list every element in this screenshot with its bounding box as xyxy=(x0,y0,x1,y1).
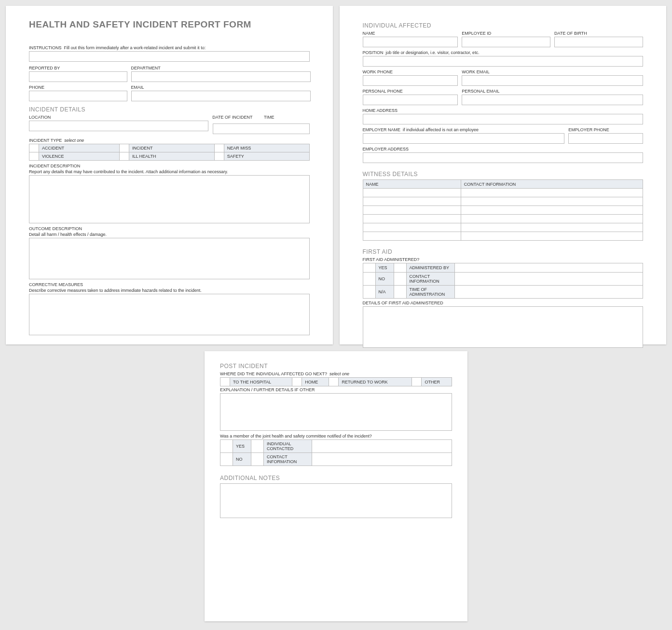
incident-details-heading: INCIDENT DETAILS xyxy=(29,106,310,113)
employee-id-label: EMPLOYEE ID xyxy=(462,31,550,36)
checkbox-near-miss[interactable] xyxy=(214,144,224,152)
checkbox-committee-no[interactable] xyxy=(220,453,233,466)
date-of-incident-label: DATE OF INCIDENT xyxy=(212,115,260,120)
employer-name-input[interactable] xyxy=(363,133,565,144)
name-label: NAME xyxy=(363,31,458,36)
incident-description-input[interactable] xyxy=(29,175,310,223)
witness-name-input[interactable] xyxy=(363,197,461,206)
witness-contact-input[interactable] xyxy=(461,232,643,241)
checkbox-other[interactable] xyxy=(412,378,422,386)
incident-description-label: INCIDENT DESCRIPTION xyxy=(29,164,310,168)
outcome-description-label: OUTCOME DESCRIPTION xyxy=(29,226,310,231)
department-input[interactable] xyxy=(131,71,311,82)
phone-label: PHONE xyxy=(29,85,127,90)
reported-by-label: REPORTED BY xyxy=(29,66,127,70)
witness-contact-input[interactable] xyxy=(461,215,643,223)
name-input[interactable] xyxy=(363,37,458,47)
outcome-description-input[interactable] xyxy=(29,238,310,279)
witness-contact-input[interactable] xyxy=(461,189,643,197)
individual-contacted-label: INDIVIDUAL CONTACTED xyxy=(264,440,312,453)
work-email-input[interactable] xyxy=(462,75,643,86)
work-email-label: WORK EMAIL xyxy=(462,69,643,74)
option-hospital: TO THE HOSPITAL xyxy=(230,378,292,386)
personal-phone-label: PERSONAL PHONE xyxy=(363,89,458,94)
witness-contact-input[interactable] xyxy=(461,206,643,215)
position-label: POSITION job title or designation, i.e. … xyxy=(363,50,644,55)
position-input[interactable] xyxy=(363,56,644,67)
location-label: LOCATION xyxy=(29,115,208,120)
email-label: EMAIL xyxy=(131,85,311,90)
page-1: HEALTH AND SAFETY INCIDENT REPORT FORM I… xyxy=(6,6,333,344)
option-yes: YES xyxy=(375,263,394,273)
witness-details-heading: WITNESS DETAILS xyxy=(363,171,644,178)
employer-phone-input[interactable] xyxy=(568,133,643,144)
witness-name-input[interactable] xyxy=(363,189,461,197)
phone-input[interactable] xyxy=(29,91,127,101)
type-accident: ACCIDENT xyxy=(39,144,120,152)
administered-by-input[interactable] xyxy=(454,263,643,273)
witness-name-input[interactable] xyxy=(363,206,461,215)
type-violence: VIOLENCE xyxy=(39,152,120,161)
instructions-input[interactable] xyxy=(29,51,310,62)
time-label: TIME xyxy=(264,115,292,120)
witness-name-input[interactable] xyxy=(363,215,461,223)
details-first-aid-label: DETAILS OF FIRST AID ADMINISTERED xyxy=(363,301,644,305)
employer-address-input[interactable] xyxy=(363,152,644,163)
type-safety: SAFETY xyxy=(224,152,309,161)
corrective-measures-input[interactable] xyxy=(29,294,310,335)
checkbox-returned[interactable] xyxy=(329,378,339,386)
incident-description-hint: Report any details that may have contrib… xyxy=(29,169,310,174)
checkbox-yes[interactable] xyxy=(363,263,375,273)
individual-contacted-input[interactable] xyxy=(312,440,452,453)
personal-email-label: PERSONAL EMAIL xyxy=(462,89,643,94)
post-incident-options: TO THE HOSPITAL HOME RETURNED TO WORK OT… xyxy=(220,377,452,386)
type-ill-health: ILL HEALTH xyxy=(129,152,214,161)
instructions-label: INSTRUCTIONS Fill out this form immediat… xyxy=(29,45,310,50)
page-2: INDIVIDUAL AFFECTED NAME EMPLOYEE ID DAT… xyxy=(340,6,667,344)
witness-name-input[interactable] xyxy=(363,223,461,232)
explanation-input[interactable] xyxy=(220,393,452,431)
home-address-input[interactable] xyxy=(363,114,644,124)
checkbox-safety[interactable] xyxy=(214,152,224,161)
where-question: WHERE DID THE INDIVIDUAL AFFECTED GO NEX… xyxy=(220,371,452,376)
option-committee-yes: YES xyxy=(233,440,251,453)
witness-table: NAME CONTACT INFORMATION xyxy=(363,179,644,241)
checkbox-committee-yes[interactable] xyxy=(220,440,233,453)
location-input[interactable] xyxy=(29,121,208,131)
committee-contact-input[interactable] xyxy=(312,453,452,466)
checkbox-ill-health[interactable] xyxy=(119,152,129,161)
email-input[interactable] xyxy=(131,91,311,101)
contact-info-label: CONTACT INFORMATION xyxy=(406,273,454,286)
witness-name-input[interactable] xyxy=(363,232,461,241)
time-admin-input[interactable] xyxy=(454,286,643,299)
option-other: OTHER xyxy=(422,378,452,386)
details-first-aid-input[interactable] xyxy=(363,306,644,348)
checkbox-accident[interactable] xyxy=(29,144,39,152)
time-admin-label: TIME OF ADMINSTRATION xyxy=(406,286,454,299)
witness-contact-input[interactable] xyxy=(461,197,643,206)
committee-table: YES INDIVIDUAL CONTACTED NO CONTACT INFO… xyxy=(220,439,452,466)
additional-notes-input[interactable] xyxy=(220,483,452,518)
checkbox-hospital[interactable] xyxy=(220,378,230,386)
personal-phone-input[interactable] xyxy=(363,95,458,105)
option-no: NO xyxy=(375,273,394,286)
checkbox-incident[interactable] xyxy=(119,144,129,152)
reported-by-input[interactable] xyxy=(29,71,127,82)
dob-input[interactable] xyxy=(554,37,643,47)
witness-contact-input[interactable] xyxy=(461,223,643,232)
work-phone-input[interactable] xyxy=(363,75,458,86)
contact-info-input[interactable] xyxy=(454,273,643,286)
checkbox-no[interactable] xyxy=(363,273,375,286)
committee-question: Was a member of the joint health and saf… xyxy=(220,434,452,438)
first-aid-question: FIRST AID ADMINISTERED? xyxy=(363,257,644,262)
personal-email-input[interactable] xyxy=(462,95,643,105)
checkbox-home[interactable] xyxy=(292,378,302,386)
checkbox-admin-by xyxy=(394,263,406,273)
checkbox-violence[interactable] xyxy=(29,152,39,161)
incident-type-label: INCIDENT TYPE select one xyxy=(29,138,310,143)
employee-id-input[interactable] xyxy=(462,37,550,47)
employer-phone-label: EMPLOYER PHONE xyxy=(568,127,643,132)
option-home: HOME xyxy=(302,378,329,386)
outcome-description-hint: Detail all harm / health effects / damag… xyxy=(29,232,310,237)
checkbox-na[interactable] xyxy=(363,286,375,299)
